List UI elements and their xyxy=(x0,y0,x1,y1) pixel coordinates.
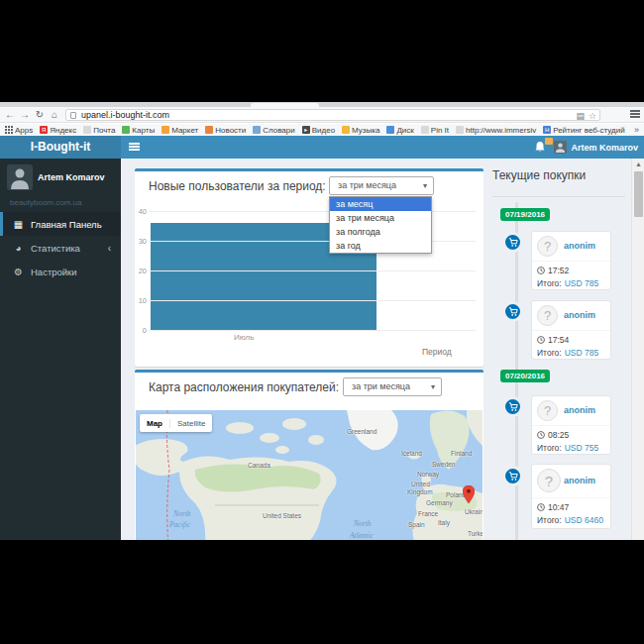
sidebar-item-settings[interactable]: ⚙ Настройки xyxy=(0,260,121,283)
chart-gridline xyxy=(149,270,476,271)
bookmark-item[interactable]: Диск xyxy=(386,126,413,135)
gear-icon: ⚙ xyxy=(13,267,24,277)
purchase-card: ? anonim 10:47 Итого: USD 6460 xyxy=(531,464,611,529)
page-scrollbar: ▲ xyxy=(631,159,644,540)
screenshot-stage: ← → ↻ ⌂ upanel.i-bought-it.com ▤ ☆ Apps xyxy=(0,0,644,644)
map-place-label: Iceland xyxy=(401,450,422,457)
dashboard-icon: ▦ xyxy=(13,219,24,230)
chart-ytick-label: 10 xyxy=(135,296,147,305)
home-icon[interactable]: ⌂ xyxy=(48,107,61,122)
bookmark-favicon xyxy=(253,126,261,134)
purchase-card: ? anonim 17:52 Итого: USD 785 xyxy=(531,231,611,290)
pie-chart-icon: ◕ xyxy=(13,243,24,254)
chevron-left-icon: ‹ xyxy=(108,243,111,254)
chart-gridline xyxy=(149,300,476,301)
bookmark-item[interactable]: Pin It xyxy=(421,126,449,135)
purchase-amount-link[interactable]: USD 785 xyxy=(565,348,599,358)
map-period-value: за три месяца xyxy=(352,381,410,391)
bookmark-favicon xyxy=(342,126,350,134)
cart-icon[interactable] xyxy=(502,232,523,253)
sidebar-avatar-icon xyxy=(7,164,33,190)
current-purchases-panel: Текущие покупки 07/19/2016 ? anonim xyxy=(492,168,625,540)
bookmark-item[interactable]: Почта xyxy=(83,126,115,135)
bookmark-label: Почта xyxy=(93,126,115,135)
back-icon[interactable]: ← xyxy=(3,107,17,122)
apps-grid-icon xyxy=(5,126,13,134)
app-logo[interactable]: I-Bought-it xyxy=(0,136,121,159)
purchase-amount-link[interactable]: USD 6460 xyxy=(565,515,603,525)
admin-app: I-Bought-it Artem Komarov xyxy=(0,136,644,540)
bookmark-favicon: ▸ xyxy=(302,126,310,134)
clock-icon xyxy=(537,503,545,511)
chart-period-select[interactable]: за три месяца ▾ xyxy=(329,176,434,195)
bookmark-item[interactable]: Новости xyxy=(205,126,246,135)
translate-icon[interactable]: ▤ xyxy=(576,111,585,121)
map-place-label: United xyxy=(411,481,430,487)
map-type-map-button[interactable]: Map xyxy=(140,419,170,428)
sidebar-menu: ▦ Главная Панель ◕ Статистика ‹ ⚙ Настро… xyxy=(0,212,121,283)
map-marker-icon[interactable] xyxy=(463,485,475,503)
bookmark-label: Словари xyxy=(263,126,295,135)
map-place-label: Germany xyxy=(426,499,453,506)
bookmark-favicon xyxy=(205,126,213,134)
dropdown-option-year[interactable]: за год xyxy=(330,239,431,253)
total-label: Итого: xyxy=(537,515,562,525)
map-type-satellite-button[interactable]: Satellite xyxy=(170,419,212,428)
purchase-time: 17:52 xyxy=(548,266,569,275)
scrollbar-thumb[interactable] xyxy=(634,171,643,217)
user-menu[interactable]: Artem Komarov xyxy=(554,136,638,159)
purchase-amount-link[interactable]: USD 755 xyxy=(565,443,599,453)
map-ocean-label: Pacific xyxy=(169,520,190,529)
map-canvas[interactable]: Greenland Iceland Canada United States F… xyxy=(136,410,483,540)
notifications-button[interactable] xyxy=(534,140,550,156)
dropdown-option-month[interactable]: за месяц xyxy=(330,197,431,211)
refresh-icon[interactable]: ↻ xyxy=(33,107,47,122)
sidebar: Artem Komarov beautyboom.com.ua ▦ Главна… xyxy=(0,159,121,540)
scroll-up-icon[interactable]: ▲ xyxy=(632,159,644,169)
purchase-amount-link[interactable]: USD 785 xyxy=(565,278,599,288)
buyer-link[interactable]: anonim xyxy=(564,476,595,485)
sidebar-toggle-icon[interactable] xyxy=(129,143,140,152)
dropdown-option-3months[interactable]: за три месяца xyxy=(330,211,431,225)
apps-shortcut[interactable]: Apps xyxy=(5,126,33,135)
dropdown-option-halfyear[interactable]: за полгода xyxy=(330,225,431,239)
forward-icon[interactable]: → xyxy=(18,107,32,122)
bookmarks-overflow-icon[interactable]: » xyxy=(634,125,639,135)
chart-period-value: за три месяца xyxy=(338,180,396,190)
bookmark-star-icon[interactable]: ☆ xyxy=(589,111,596,121)
bookmark-item[interactable]: Карты xyxy=(122,126,155,135)
sidebar-section-label: beautyboom.com.ua xyxy=(10,198,82,207)
map-place-label: France xyxy=(418,510,438,517)
bookmark-label: Маркет xyxy=(171,126,198,135)
chart-ytick-label: 20 xyxy=(135,267,147,275)
bookmark-item[interactable]: http://www.immersiv xyxy=(456,126,536,135)
cart-icon[interactable] xyxy=(502,466,523,486)
sidebar-user-panel[interactable]: Artem Komarov xyxy=(0,162,121,192)
bookmark-item[interactable]: Музыка xyxy=(342,126,379,135)
buyer-link[interactable]: anonim xyxy=(564,405,595,415)
sidebar-item-dashboard[interactable]: ▦ Главная Панель xyxy=(0,212,121,236)
purchases-title: Текущие покупки xyxy=(492,168,625,182)
chart-xaxis-label: Период xyxy=(422,347,452,357)
address-bar[interactable]: upanel.i-bought-it.com ▤ ☆ xyxy=(65,109,600,121)
sidebar-item-statistics[interactable]: ◕ Статистика ‹ xyxy=(0,236,121,260)
map-period-select[interactable]: за три месяца ▾ xyxy=(343,377,442,396)
bookmark-item[interactable]: Словари xyxy=(253,126,295,135)
bookmark-item[interactable]: H Рейтинг веб-студий xyxy=(543,126,624,135)
chevron-down-icon: ▾ xyxy=(431,378,435,395)
buyer-link[interactable]: anonim xyxy=(564,241,595,251)
bookmark-label: Новости xyxy=(215,126,246,135)
map-place-label: Turkey xyxy=(468,530,483,537)
bookmark-item[interactable]: Я Яндекс xyxy=(40,126,76,135)
notification-badge xyxy=(545,138,553,145)
bookmarks-bar: Apps Я Яндекс Почта Кар xyxy=(0,124,644,136)
map-place-label: Finland xyxy=(451,450,472,457)
buyer-link[interactable]: anonim xyxy=(564,310,595,320)
cart-icon[interactable] xyxy=(502,396,523,417)
cart-icon[interactable] xyxy=(502,301,523,322)
bookmark-label: Карты xyxy=(132,126,155,135)
bookmark-label: Яндекс xyxy=(50,126,76,135)
chrome-menu-icon[interactable] xyxy=(630,110,640,119)
bookmark-item[interactable]: ▸ Видео xyxy=(302,126,335,135)
bookmark-item[interactable]: Маркет xyxy=(161,126,198,135)
